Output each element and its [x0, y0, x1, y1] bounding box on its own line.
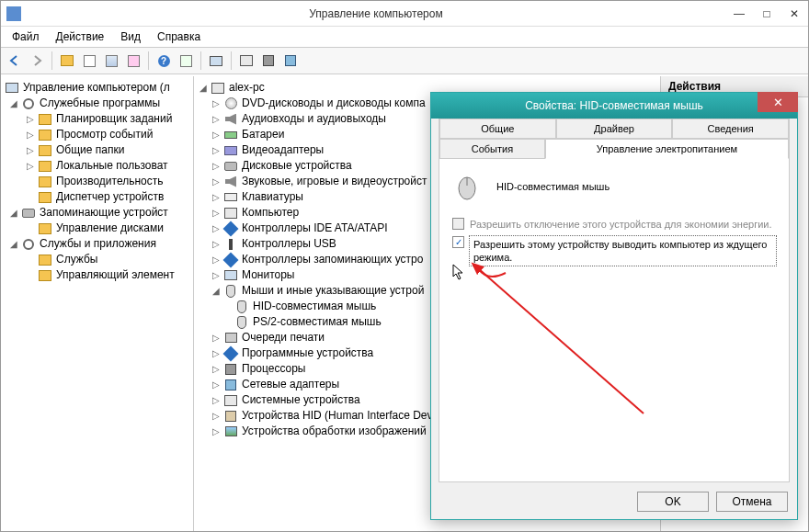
tool-help-icon[interactable]: ? [154, 51, 174, 71]
expand-icon[interactable]: ▷ [211, 161, 222, 172]
dialog-titlebar[interactable]: Свойства: HID-совместимая мышь [431, 93, 797, 119]
device-category-label: Устройства обработки изображений [242, 424, 427, 439]
expand-icon[interactable] [25, 176, 36, 187]
expand-icon[interactable]: ▷ [211, 114, 222, 125]
expand-icon[interactable]: ▷ [211, 395, 222, 406]
tree-item[interactable]: Управляющий элемент [3, 267, 191, 283]
tool-dev2-icon[interactable] [236, 51, 256, 71]
device-category-label: Клавиатуры [242, 189, 303, 205]
expand-icon[interactable]: ▷ [211, 255, 222, 266]
expand-icon[interactable]: ▷ [211, 333, 222, 344]
net-icon [223, 378, 238, 392]
pc-icon [223, 206, 238, 221]
device-category-label: DVD-дисководы и дисководы компа [242, 96, 426, 111]
expand-icon[interactable] [25, 192, 36, 203]
collapse-icon[interactable]: ◢ [8, 208, 19, 219]
ok-button[interactable]: OK [637, 492, 709, 512]
vid-icon [223, 143, 238, 158]
tool-delete-icon[interactable] [123, 51, 143, 71]
tree-root[interactable]: Управление компьютером (л [3, 80, 191, 96]
tree-item[interactable]: ▷Планировщик заданий [3, 111, 191, 127]
expand-icon[interactable]: ◢ [211, 286, 222, 297]
maximize-button[interactable]: □ [753, 4, 781, 24]
tool-dev3-icon[interactable] [258, 51, 279, 71]
tool-dev4-icon[interactable] [280, 51, 301, 71]
tree-group[interactable]: ◢Служебные программы [3, 96, 191, 111]
device-category-label: Мониторы [242, 267, 294, 283]
tree-item[interactable]: Службы [3, 252, 191, 267]
collapse-icon[interactable]: ◢ [8, 98, 19, 109]
device-root-label: alex-pc [229, 80, 265, 96]
device-category-label: Процессоры [242, 361, 306, 377]
tab-power[interactable]: Управление электропитанием [545, 139, 789, 159]
tab-general[interactable]: Общие [439, 119, 556, 139]
toolbar-separator [200, 51, 201, 70]
close-button[interactable]: ✕ [781, 4, 808, 24]
mmc-icon [5, 81, 19, 96]
collapse-icon[interactable]: ◢ [8, 239, 19, 250]
forward-button[interactable] [27, 51, 47, 71]
tree-item[interactable]: Производительность [3, 174, 191, 189]
menu-view[interactable]: Вид [113, 28, 148, 45]
expand-icon[interactable] [25, 255, 36, 266]
collapse-icon[interactable]: ◢ [198, 83, 209, 94]
expand-icon[interactable]: ▷ [211, 270, 222, 281]
device-category-label: Системные устройства [242, 392, 360, 408]
item-icon [38, 143, 52, 158]
expand-icon[interactable] [25, 223, 36, 234]
expand-icon[interactable]: ▷ [211, 208, 222, 219]
tool-props-icon[interactable] [101, 51, 121, 71]
pc-icon [223, 393, 238, 408]
expand-icon[interactable]: ▷ [211, 364, 222, 375]
left-pane: Управление компьютером (л◢Служебные прог… [1, 76, 194, 531]
menu-action[interactable]: Действие [49, 28, 112, 45]
tree-item-label: Локальные пользоват [56, 158, 168, 174]
cube-icon [223, 253, 238, 267]
expand-icon[interactable]: ▷ [211, 223, 222, 234]
device-category-label: Видеоадаптеры [242, 142, 324, 158]
expand-icon[interactable]: ▷ [211, 411, 222, 422]
expand-icon[interactable]: ▷ [211, 239, 222, 250]
expand-icon[interactable]: ▷ [25, 145, 36, 156]
menu-help[interactable]: Справка [150, 28, 208, 45]
titlebar: Управление компьютером — □ ✕ [1, 1, 808, 27]
tool-refresh-icon[interactable] [176, 51, 196, 71]
tree-item[interactable]: ▷Общие папки [3, 142, 191, 158]
device-category-label: Контроллеры запоминающих устро [242, 252, 423, 267]
expand-icon[interactable]: ▷ [211, 130, 222, 141]
expand-icon[interactable]: ▷ [211, 176, 222, 187]
expand-icon[interactable] [25, 270, 36, 281]
tree-item[interactable]: ▷Локальные пользоват [3, 158, 191, 174]
kb-icon [223, 190, 238, 205]
expand-icon[interactable]: ▷ [211, 192, 222, 203]
tab-driver[interactable]: Драйвер [556, 119, 673, 139]
tool-dev1-icon[interactable] [206, 51, 226, 71]
tree-item-label: Управляющий элемент [56, 267, 175, 283]
expand-icon[interactable]: ▷ [25, 130, 36, 141]
expand-icon[interactable]: ▷ [25, 161, 36, 172]
tree-item[interactable]: Диспетчер устройств [3, 189, 191, 205]
dialog-close-button[interactable]: ✕ [758, 92, 798, 112]
expand-icon[interactable]: ▷ [25, 114, 36, 125]
expand-icon[interactable]: ▷ [211, 145, 222, 156]
tab-details[interactable]: Сведения [672, 119, 789, 139]
tool-up-icon[interactable] [57, 51, 77, 71]
tree-group[interactable]: ◢Службы и приложения [3, 236, 191, 252]
tool-show-icon[interactable] [79, 51, 99, 71]
cancel-button[interactable]: Отмена [716, 492, 788, 512]
tab-events[interactable]: События [439, 139, 545, 159]
menu-file[interactable]: Файл [5, 28, 47, 45]
tree-group[interactable]: ◢Запоминающие устройст [3, 205, 191, 221]
expand-icon[interactable]: ▷ [211, 426, 222, 437]
tree-item[interactable]: ▷Просмотр событий [3, 127, 191, 142]
expand-icon[interactable]: ▷ [211, 379, 222, 391]
expand-icon[interactable]: ▷ [211, 348, 222, 359]
tree-item-label: Просмотр событий [56, 127, 153, 142]
device-category-label: Сетевые адаптеры [242, 377, 339, 392]
expand-icon[interactable]: ▷ [211, 98, 222, 109]
checkbox-allow-wake[interactable]: ✓ [452, 236, 464, 248]
minimize-button[interactable]: — [725, 4, 753, 24]
back-button[interactable] [5, 51, 25, 71]
tree-item[interactable]: Управление дисками [3, 221, 191, 236]
mouse-icon [452, 172, 482, 201]
